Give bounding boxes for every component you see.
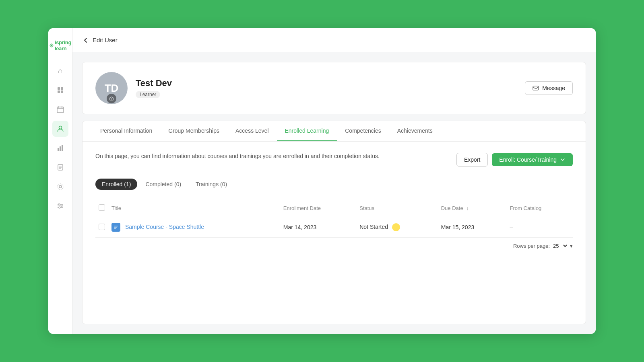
col-header-enrollment-date: Enrollment Date (280, 200, 356, 217)
rows-per-page-label: Rows per page: (513, 243, 550, 249)
sidebar: ✳ ispring learn ⌂ (48, 28, 72, 334)
svg-point-16 (59, 185, 62, 188)
row-enrollment-date: Mar 14, 2023 (280, 217, 356, 238)
top-bar: Edit User (72, 28, 596, 52)
row-status: Not Started (356, 217, 438, 238)
svg-rect-9 (58, 148, 59, 151)
logo-container: ✳ ispring learn (48, 35, 72, 60)
tab-content-enrolled: On this page, you can find information a… (83, 142, 586, 265)
enrolled-table: Title Enrollment Date Status Due Date (95, 200, 573, 238)
row-title[interactable]: Sample Course - Space Shuttle (125, 224, 204, 230)
camera-icon[interactable] (107, 94, 116, 103)
table-body: Sample Course - Space Shuttle Mar 14, 20… (95, 217, 573, 238)
svg-point-8 (59, 126, 62, 129)
app-window: ✳ ispring learn ⌂ (48, 28, 596, 334)
sidebar-item-automations[interactable] (52, 179, 68, 195)
tab-content-top: On this page, you can find information a… (95, 153, 573, 169)
svg-point-24 (111, 98, 112, 99)
profile-card: TD Test Dev Learner (82, 62, 586, 114)
tab-personal-information[interactable]: Personal Information (92, 121, 160, 141)
chevron-down-icon (560, 157, 566, 162)
back-arrow-icon (82, 37, 89, 44)
svg-point-17 (58, 184, 63, 189)
actions-row: Export Enroll: Course/Training (456, 153, 573, 167)
avatar-wrapper: TD (95, 72, 128, 104)
profile-left: TD Test Dev Learner (95, 72, 172, 104)
logo-text: ispring learn (55, 39, 71, 51)
page-title: Edit User (93, 37, 118, 43)
svg-rect-1 (61, 87, 63, 90)
sidebar-item-settings[interactable] (52, 198, 68, 214)
tabs-header: Personal Information Group Memberships A… (83, 121, 586, 142)
svg-rect-3 (61, 90, 63, 93)
sidebar-item-home[interactable]: ⌂ (52, 63, 68, 79)
sidebar-item-users[interactable] (52, 121, 68, 137)
sidebar-item-content[interactable] (52, 82, 68, 98)
col-header-from-catalog: From Catalog (507, 200, 573, 217)
message-button[interactable]: Message (525, 81, 573, 95)
profile-info: Test Dev Learner (136, 78, 172, 98)
cursor-indicator (392, 223, 400, 231)
main-content: Edit User TD (72, 28, 596, 334)
logo-star-icon: ✳ (49, 42, 54, 49)
svg-rect-0 (58, 87, 60, 90)
rows-per-page-row: Rows per page: 25 50 100 ▾ (95, 238, 573, 254)
content-area: TD Test Dev Learner (72, 52, 596, 334)
tab-competencies[interactable]: Competencies (337, 121, 389, 141)
profile-role-badge: Learner (136, 91, 160, 98)
row-checkbox-cell (95, 217, 108, 238)
col-header-title: Title (108, 200, 280, 217)
svg-rect-2 (58, 90, 60, 93)
tab-enrolled-learning[interactable]: Enrolled Learning (277, 121, 337, 141)
tabs-panel: Personal Information Group Memberships A… (82, 121, 586, 324)
col-header-checkbox (95, 200, 108, 217)
svg-rect-4 (57, 107, 64, 113)
svg-rect-11 (62, 145, 63, 151)
export-button[interactable]: Export (456, 153, 488, 167)
tab-access-level[interactable]: Access Level (227, 121, 277, 141)
sort-icon: ↓ (466, 205, 469, 211)
sub-tab-completed[interactable]: Completed (0) (139, 179, 188, 190)
select-all-checkbox[interactable] (99, 204, 105, 211)
svg-point-21 (58, 204, 60, 205)
row-title-cell: Sample Course - Space Shuttle (108, 217, 280, 238)
profile-name: Test Dev (136, 78, 172, 88)
message-icon (533, 85, 539, 91)
sidebar-item-calendar[interactable] (52, 101, 68, 117)
table-row: Sample Course - Space Shuttle Mar 14, 20… (95, 217, 573, 238)
enroll-button[interactable]: Enroll: Course/Training (492, 153, 573, 166)
col-header-due-date[interactable]: Due Date ↓ (438, 200, 507, 217)
back-button[interactable]: Edit User (82, 37, 118, 44)
message-btn-label: Message (542, 85, 565, 91)
table-header: Title Enrollment Date Status Due Date (95, 200, 573, 217)
chevron-select-icon: ▾ (570, 243, 573, 249)
sub-tabs: Enrolled (1) Completed (0) Trainings (0) (95, 179, 573, 190)
svg-point-23 (59, 207, 60, 208)
svg-rect-25 (533, 86, 539, 90)
sub-tab-enrolled[interactable]: Enrolled (1) (95, 179, 137, 190)
sub-tab-trainings[interactable]: Trainings (0) (189, 179, 233, 190)
sidebar-item-tasks[interactable] (52, 159, 68, 175)
info-text: On this page, you can find information a… (95, 153, 380, 159)
sidebar-item-reports[interactable] (52, 140, 68, 156)
row-checkbox[interactable] (99, 224, 105, 230)
tab-achievements[interactable]: Achievements (389, 121, 441, 141)
row-from-catalog: – (507, 217, 573, 238)
course-icon (111, 223, 120, 232)
svg-rect-10 (60, 146, 61, 151)
tab-group-memberships[interactable]: Group Memberships (160, 121, 227, 141)
col-header-status: Status (356, 200, 438, 217)
svg-point-22 (61, 205, 62, 207)
rows-per-page-select[interactable]: 25 50 100 (551, 243, 568, 249)
row-due-date: Mar 15, 2023 (438, 217, 507, 238)
